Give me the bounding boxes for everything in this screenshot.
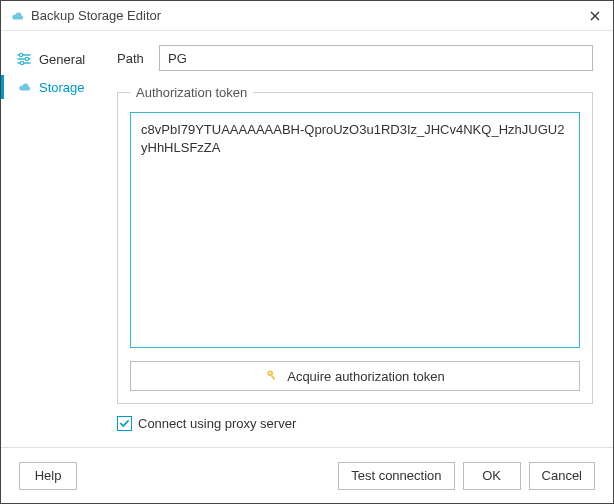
sidebar-item-label: Storage xyxy=(39,80,85,95)
authorization-token-legend: Authorization token xyxy=(130,85,253,100)
content-panel: Path Authorization token c8vPbI79YTUAAAA… xyxy=(117,31,613,447)
proxy-checkbox[interactable] xyxy=(117,416,132,431)
dialog-body: General Storage Path Authorization token… xyxy=(1,31,613,447)
svg-point-5 xyxy=(20,61,23,64)
svg-point-4 xyxy=(25,57,28,60)
proxy-label: Connect using proxy server xyxy=(138,416,296,431)
sidebar: General Storage xyxy=(1,31,117,447)
cloud-icon xyxy=(9,8,25,24)
backup-storage-editor-window: Backup Storage Editor General Storage Pa… xyxy=(0,0,614,504)
acquire-authorization-token-button[interactable]: Acquire authorization token xyxy=(130,361,580,391)
sidebar-item-general[interactable]: General xyxy=(1,45,117,73)
cloud-icon xyxy=(15,78,33,96)
close-button[interactable] xyxy=(585,6,605,26)
titlebar: Backup Storage Editor xyxy=(1,1,613,31)
path-row: Path xyxy=(117,45,593,71)
sliders-icon xyxy=(15,50,33,68)
cancel-button[interactable]: Cancel xyxy=(529,462,595,490)
ok-button[interactable]: OK xyxy=(463,462,521,490)
svg-point-7 xyxy=(269,372,271,374)
sidebar-item-label: General xyxy=(39,52,85,67)
svg-point-3 xyxy=(19,53,22,56)
check-icon xyxy=(119,418,130,429)
window-title: Backup Storage Editor xyxy=(31,8,585,23)
authorization-token-input[interactable]: c8vPbI79YTUAAAAAAABH-QproUzO3u1RD3Iz_JHC… xyxy=(130,112,580,348)
close-icon xyxy=(590,11,600,21)
proxy-row: Connect using proxy server xyxy=(117,416,593,431)
help-button[interactable]: Help xyxy=(19,462,77,490)
key-icon xyxy=(265,368,279,385)
acquire-button-label: Acquire authorization token xyxy=(287,369,445,384)
footer: Help Test connection OK Cancel xyxy=(1,447,613,503)
sidebar-item-storage[interactable]: Storage xyxy=(1,73,117,101)
authorization-token-group: Authorization token c8vPbI79YTUAAAAAAABH… xyxy=(117,85,593,404)
test-connection-button[interactable]: Test connection xyxy=(338,462,454,490)
path-label: Path xyxy=(117,51,159,66)
path-input[interactable] xyxy=(159,45,593,71)
